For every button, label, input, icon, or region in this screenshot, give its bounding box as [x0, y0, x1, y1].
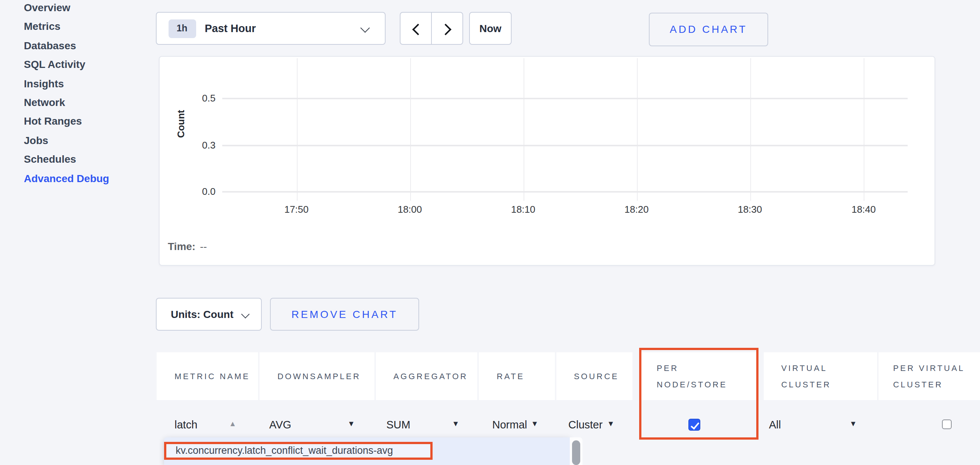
caret-down-icon[interactable]: ▼: [850, 419, 857, 428]
gridline-vertical: [636, 58, 637, 201]
gridline-vertical: [410, 58, 410, 201]
sidebar-item-sql-activity[interactable]: SQL Activity: [0, 55, 154, 74]
next-timespan-button[interactable]: [431, 13, 462, 44]
caret-down-icon[interactable]: ▼: [531, 419, 538, 428]
y-tick-0.5: 0.5: [182, 93, 216, 104]
chevron-left-icon: [412, 24, 423, 35]
gridline-horizontal: [222, 98, 908, 99]
metric-suggestion-label: kv.concurrency.latch_conflict_wait_durat…: [166, 445, 393, 456]
caret-up-icon[interactable]: ▲: [229, 419, 236, 428]
metric-suggestion-item[interactable]: kv.concurrency.latch_conflict_wait_durat…: [164, 441, 432, 460]
now-button[interactable]: Now: [469, 12, 512, 45]
source-select[interactable]: Cluster: [568, 419, 603, 431]
units-dropdown[interactable]: Units: Count: [156, 298, 261, 330]
x-tick-1820: 18:20: [595, 204, 678, 215]
annotation-rectangle-per-node-store: [639, 348, 759, 439]
x-tick-1830: 18:30: [709, 204, 791, 215]
virtual-cluster-select[interactable]: All: [769, 419, 781, 431]
x-tick-1750: 17:50: [255, 204, 337, 215]
caret-down-icon[interactable]: ▼: [607, 419, 614, 428]
timescale-badge: 1h: [168, 19, 196, 38]
gridline-horizontal: [222, 191, 908, 193]
timescale-label: Past Hour: [205, 22, 256, 34]
x-tick-1810: 18:10: [482, 204, 564, 215]
gridline-vertical: [750, 58, 751, 201]
col-header-metric-name: METRIC NAME: [157, 352, 258, 400]
gridline-vertical: [296, 58, 297, 201]
sidebar-item-insights[interactable]: Insights: [0, 74, 154, 93]
gridline-horizontal: [222, 144, 908, 146]
metric-name-combobox[interactable]: [175, 418, 224, 431]
sidebar-item-databases[interactable]: Databases: [0, 37, 154, 56]
dropdown-scrollbar-thumb[interactable]: [572, 440, 580, 465]
y-tick-0.3: 0.3: [182, 139, 216, 150]
time-label: Time:: [168, 240, 196, 252]
caret-down-icon[interactable]: ▼: [452, 419, 460, 428]
previous-timespan-button[interactable]: [400, 13, 431, 44]
col-header-aggregator: AGGREGATOR: [375, 352, 477, 400]
sidebar-item-advanced-debug[interactable]: Advanced Debug: [0, 169, 154, 188]
x-tick-1800: 18:00: [369, 204, 451, 215]
aggregator-select[interactable]: SUM: [387, 419, 410, 431]
x-tick-1840: 18:40: [822, 204, 905, 215]
col-header-source: SOURCE: [556, 352, 632, 400]
hover-time-readout: Time:--: [168, 240, 207, 252]
per-virtual-cluster-checkbox[interactable]: [942, 419, 952, 429]
remove-chart-button[interactable]: REMOVE CHART: [270, 298, 419, 330]
sidebar-item-schedules[interactable]: Schedules: [0, 150, 154, 169]
gridline-vertical: [523, 58, 524, 201]
sidebar-item-hot-ranges[interactable]: Hot Ranges: [0, 112, 154, 131]
sidebar-item-jobs[interactable]: Jobs: [0, 131, 154, 150]
sidebar-item-network[interactable]: Network: [0, 93, 154, 112]
time-value: --: [200, 240, 207, 252]
chevron-right-icon: [439, 24, 451, 35]
timescale-dropdown[interactable]: 1h Past Hour: [156, 12, 385, 45]
sidebar: Overview Metrics Databases SQL Activity …: [0, 0, 154, 188]
y-axis-label: Count: [175, 103, 187, 145]
downsampler-select[interactable]: AVG: [269, 419, 291, 431]
chart-plot-area[interactable]: [222, 58, 908, 201]
units-dropdown-label: Units: Count: [171, 308, 234, 320]
col-header-per-virtual-cluster: PER VIRTUAL CLUSTER: [878, 352, 980, 400]
chevron-down-icon: [360, 23, 369, 32]
advanced-debug-custom-chart-page: Overview Metrics Databases SQL Activity …: [0, 0, 980, 465]
add-chart-button[interactable]: ADD CHART: [649, 12, 768, 46]
col-header-virtual-cluster: VIRTUAL CLUSTER: [763, 352, 877, 400]
y-tick-0.0: 0.0: [182, 186, 216, 197]
col-header-rate: RATE: [479, 352, 555, 400]
custom-chart-card: Count 0.5 0.3 0.0 17:50 18:00 18:10 18:2…: [159, 56, 935, 266]
col-header-downsampler: DOWNSAMPLER: [259, 352, 374, 400]
gridline-vertical: [864, 58, 864, 201]
sidebar-item-overview[interactable]: Overview: [0, 0, 154, 18]
metric-name-input[interactable]: [175, 419, 224, 431]
timescale-step-buttons: [399, 12, 463, 45]
sidebar-item-metrics[interactable]: Metrics: [0, 18, 154, 37]
chevron-down-icon: [241, 310, 250, 319]
caret-down-icon[interactable]: ▼: [348, 419, 355, 428]
rate-select[interactable]: Normal: [492, 419, 527, 431]
